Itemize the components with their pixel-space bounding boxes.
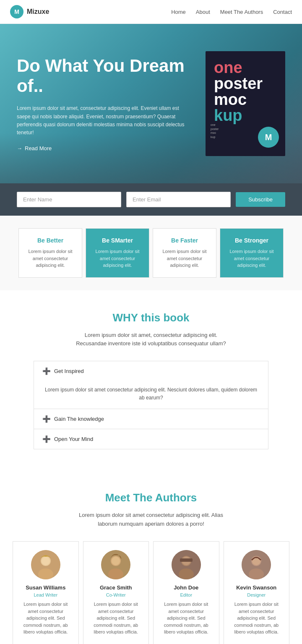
accordion-header-1[interactable]: ➕ Get Inspired [34, 361, 268, 381]
feature-be-faster-body: Lorem ipsum dolor sit amet consectetur a… [161, 248, 208, 269]
plus-circle-icon-3: ➕ [42, 435, 51, 443]
book-small-text: onepostermockup [211, 123, 219, 139]
why-subtitle: Lorem ipsum dolor sit amet, consectetur … [34, 331, 268, 349]
book-cover: one poster moc kup onepostermockup M [206, 51, 285, 156]
author-john-role: Editor [160, 592, 213, 597]
hero-title: Do What You Dream of.. [17, 56, 189, 96]
plus-circle-icon-1: ➕ [42, 367, 51, 375]
feature-be-smarter-title: Be SMarter [94, 237, 141, 244]
accordion-header-2[interactable]: ➕ Gain The knowledge [34, 409, 268, 429]
book-line4: kup [214, 107, 242, 123]
feature-be-better-title: Be Better [27, 237, 73, 244]
accordion-label-2: Gain The knowledge [54, 416, 104, 422]
svg-point-3 [42, 557, 50, 565]
read-more-label: Read More [25, 145, 52, 151]
feature-be-faster-title: Be Faster [161, 237, 208, 244]
authors-subtitle: Lorem ipsum dolor sit amet consectetur a… [13, 511, 289, 529]
features-section: Be Better Lorem ipsum dolor sit amet con… [0, 216, 302, 290]
why-title: WHY this book [34, 311, 268, 324]
feature-be-stronger-title: Be Stronger [229, 237, 275, 244]
accordion-content-1: Lorem ipsum dolor sit amet consectetur a… [34, 381, 268, 409]
nav-about[interactable]: About [196, 9, 210, 15]
why-section: WHY this book Lorem ipsum dolor sit amet… [0, 290, 302, 471]
avatar-grace [101, 550, 130, 579]
author-susan-bio: Lorem ipsum dolor sit amet consectetur a… [19, 601, 72, 636]
svg-point-7 [112, 557, 120, 565]
accordion-item-1: ➕ Get Inspired Lorem ipsum dolor sit ame… [34, 361, 268, 409]
subscribe-bar: Subscribe [0, 183, 302, 216]
authors-grid: Susan Williams Lead Writer Lorem ipsum d… [13, 541, 289, 644]
email-input[interactable] [126, 192, 231, 207]
nav-links: Home About Meet The Authors Contact [171, 9, 292, 15]
author-kevin-role: Designer [230, 592, 283, 597]
hero-body: Lorem ipsum dolor sit amet, consectetur … [17, 104, 189, 137]
svg-rect-12 [180, 558, 193, 562]
author-grace: Grace Smith Co-Writer Lorem ipsum dolor … [83, 541, 149, 644]
author-grace-bio: Lorem ipsum dolor sit amet consectetur a… [90, 601, 143, 636]
author-grace-name: Grace Smith [90, 584, 143, 591]
feature-be-better-body: Lorem ipsum dolor sit amet consectetur a… [27, 248, 73, 269]
book-line2: poster [214, 76, 263, 91]
author-susan-role: Lead Writer [19, 592, 72, 597]
brand-icon: M [10, 5, 23, 18]
author-john: John Doe Editor Lorem ipsum dolor sit am… [153, 541, 219, 644]
authors-title: Meet The Authors [13, 491, 289, 504]
avatar-john [172, 550, 201, 579]
feature-be-stronger-body: Lorem ipsum dolor sit amet consectetur a… [229, 248, 275, 269]
authors-section: Meet The Authors Lorem ipsum dolor sit a… [0, 470, 302, 644]
feature-be-stronger: Be Stronger Lorem ipsum dolor sit amet c… [220, 228, 284, 278]
author-kevin-name: Kevin Swanson [230, 584, 283, 591]
avatar-susan [31, 550, 60, 579]
avatar-kevin [242, 550, 271, 579]
accordion-header-3[interactable]: ➕ Open Your Mind [34, 429, 268, 449]
book-line3: moc [214, 91, 247, 107]
plus-circle-icon-2: ➕ [42, 415, 51, 423]
brand: M Mizuxe [10, 5, 49, 18]
feature-be-faster: Be Faster Lorem ipsum dolor sit amet con… [153, 228, 216, 278]
hero-section: Do What You Dream of.. Lorem ipsum dolor… [0, 24, 302, 183]
author-kevin-bio: Lorem ipsum dolor sit amet consectetur a… [230, 601, 283, 636]
hero-image: one poster moc kup onepostermockup M [206, 51, 285, 156]
author-grace-role: Co-Writer [90, 592, 143, 597]
feature-be-better: Be Better Lorem ipsum dolor sit amet con… [18, 228, 82, 278]
read-more-link[interactable]: → Read More [17, 145, 189, 151]
navbar: M Mizuxe Home About Meet The Authors Con… [0, 0, 302, 24]
accordion-label-1: Get Inspired [54, 368, 84, 374]
accordion-item-3: ➕ Open Your Mind [34, 429, 268, 449]
hero-text: Do What You Dream of.. Lorem ipsum dolor… [17, 56, 189, 151]
book-logo-circle: M [258, 127, 279, 148]
nav-contact[interactable]: Contact [273, 9, 292, 15]
name-input[interactable] [17, 192, 121, 207]
author-kevin: Kevin Swanson Designer Lorem ipsum dolor… [224, 541, 290, 644]
subscribe-button[interactable]: Subscribe [236, 192, 285, 207]
nav-meet-authors[interactable]: Meet The Authors [220, 9, 263, 15]
book-line1: one [214, 60, 242, 76]
accordion: ➕ Get Inspired Lorem ipsum dolor sit ame… [34, 361, 268, 449]
feature-be-smarter: Be SMarter Lorem ipsum dolor sit amet co… [86, 228, 149, 278]
accordion-label-3: Open Your Mind [54, 436, 93, 442]
arrow-right-icon: → [17, 145, 22, 151]
feature-be-smarter-body: Lorem ipsum dolor sit amet consectetur a… [94, 248, 141, 269]
author-susan-name: Susan Williams [19, 584, 72, 591]
nav-home[interactable]: Home [171, 9, 186, 15]
accordion-item-2: ➕ Gain The knowledge [34, 409, 268, 429]
author-john-bio: Lorem ipsum dolor sit amet consectetur a… [160, 601, 213, 636]
brand-name: Mizuxe [27, 8, 49, 16]
author-john-name: John Doe [160, 584, 213, 591]
author-susan: Susan Williams Lead Writer Lorem ipsum d… [13, 541, 79, 644]
